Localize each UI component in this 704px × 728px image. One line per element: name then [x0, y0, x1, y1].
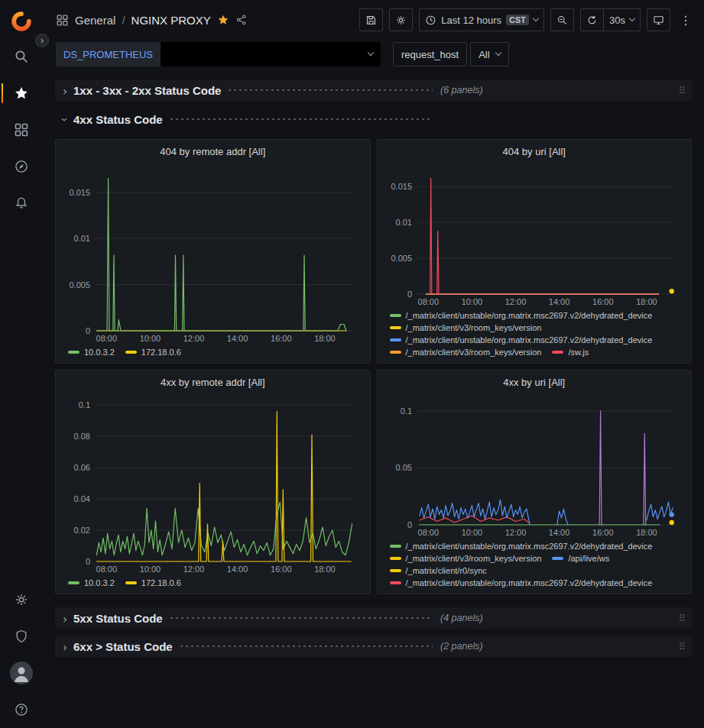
sidebar-item-starred[interactable] — [0, 75, 42, 112]
compass-icon — [14, 159, 29, 174]
panel-title[interactable]: 4xx by uri [All] — [384, 374, 686, 391]
time-series-chart[interactable]: 00.0050.010.01508:0010:0012:0014:0016:00… — [384, 160, 686, 308]
dashboard-row-4xx[interactable]: › 4xx Status Code — [55, 108, 692, 130]
dashboards-grid-icon — [14, 122, 29, 138]
legend-series-swatch — [552, 351, 563, 354]
bell-icon — [14, 196, 29, 211]
legend-item[interactable]: 172.18.0.6 — [125, 578, 181, 587]
legend-series-swatch — [390, 581, 401, 584]
legend-series-label: 10.0.3.2 — [84, 348, 115, 357]
share-icon[interactable] — [235, 14, 248, 26]
sidebar-nav: › — [0, 0, 42, 728]
legend-item[interactable]: /api/live/ws — [552, 554, 609, 563]
time-series-chart[interactable]: 00.0050.010.01508:0010:0012:0014:0016:00… — [62, 160, 364, 345]
panel-grid: 404 by remote addr [All] 00.0050.010.015… — [55, 139, 692, 594]
refresh-interval-picker[interactable]: 30s — [604, 8, 641, 31]
svg-text:0.015: 0.015 — [391, 182, 412, 191]
svg-text:18:00: 18:00 — [314, 565, 336, 574]
sidebar-item-home[interactable] — [0, 5, 42, 38]
legend-series-swatch — [125, 581, 137, 584]
legend-item[interactable]: /_matrix/client/unstable/org.matrix.msc2… — [390, 578, 653, 587]
svg-text:0.08: 0.08 — [74, 432, 90, 441]
gear-icon — [395, 15, 407, 26]
sidebar-item-server-admin[interactable] — [0, 618, 42, 655]
favorite-star-icon[interactable] — [217, 14, 229, 26]
sidebar-item-profile[interactable] — [0, 655, 42, 691]
dashboard-row-6xx[interactable]: › 6xx > Status Code (2 panels) ⠿ — [55, 636, 692, 657]
row-drag-handle[interactable]: ⠿ — [678, 85, 687, 96]
legend-item[interactable]: 172.18.0.6 — [125, 348, 181, 357]
panel-title[interactable]: 4xx by remote addr [All] — [62, 374, 364, 391]
star-icon — [14, 86, 29, 101]
panel-title[interactable]: 404 by uri [All] — [384, 144, 686, 160]
svg-text:0: 0 — [407, 290, 411, 299]
dashboard-row-1xx-3xx-2xx[interactable]: › 1xx - 3xx - 2xx Status Code (6 panels)… — [55, 79, 692, 101]
tv-mode-button[interactable] — [647, 8, 670, 31]
time-series-chart[interactable]: 00.050.108:0010:0012:0014:0016:0018:00 — [384, 391, 686, 539]
variables-bar: DS_PROMETHEUS request_host All — [42, 40, 704, 73]
panel-4xx-by-remote-addr: 4xx by remote addr [All] 00.020.040.060.… — [55, 370, 371, 594]
request-host-variable-select[interactable]: All — [470, 42, 508, 66]
legend-item[interactable]: /_matrix/client/unstable/org.matrix.msc2… — [390, 311, 653, 320]
sidebar-item-explore[interactable] — [0, 148, 42, 185]
help-circle-icon — [14, 702, 29, 717]
sidebar-item-alerting[interactable] — [0, 185, 42, 222]
svg-text:0.04: 0.04 — [74, 494, 90, 503]
panel-4xx-by-uri: 4xx by uri [All] 00.050.108:0010:0012:00… — [377, 370, 693, 594]
row-drag-handle[interactable]: ⠿ — [678, 613, 687, 624]
svg-text:10:00: 10:00 — [140, 334, 161, 343]
svg-text:08:00: 08:00 — [417, 297, 439, 306]
time-range-label: Last 12 hours — [441, 15, 501, 26]
chevron-down-icon — [533, 15, 539, 21]
dashboard-canvas: › 1xx - 3xx - 2xx Status Code (6 panels)… — [42, 73, 704, 728]
row-title: 6xx > Status Code — [73, 640, 173, 653]
time-range-picker[interactable]: Last 12 hours CST — [419, 8, 544, 31]
save-dashboard-button[interactable] — [359, 8, 383, 31]
expand-sidebar-button[interactable]: › — [35, 34, 49, 47]
kebab-icon: ⋮ — [680, 13, 692, 28]
breadcrumb-section[interactable]: General — [75, 14, 115, 27]
dashboard-settings-button[interactable] — [389, 8, 413, 31]
sidebar-item-help[interactable] — [0, 691, 42, 728]
request-host-value: All — [479, 49, 489, 60]
svg-text:18:00: 18:00 — [314, 334, 336, 343]
svg-text:0.06: 0.06 — [74, 463, 90, 472]
panel-legend: 10.0.3.2172.18.0.6 — [62, 575, 364, 589]
legend-item[interactable]: /_matrix/client/v3/room_keys/version — [390, 348, 542, 357]
legend-item[interactable]: /_matrix/client/unstable/org.matrix.msc2… — [390, 335, 653, 345]
header-toolbar: Last 12 hours CST 30s — [359, 8, 695, 31]
svg-text:12:00: 12:00 — [183, 565, 205, 574]
row-drag-handle[interactable]: ⠿ — [678, 641, 687, 652]
refresh-button-group: 30s — [580, 8, 641, 31]
datasource-variable-select[interactable] — [161, 42, 381, 66]
svg-text:0.02: 0.02 — [74, 526, 90, 535]
row-panel-count: (6 panels) — [440, 85, 483, 95]
chevron-right-icon: › — [60, 84, 70, 97]
svg-text:18:00: 18:00 — [636, 528, 657, 537]
legend-item[interactable]: 10.0.3.2 — [68, 578, 115, 587]
legend-series-swatch — [390, 569, 401, 572]
datasource-variable: DS_PROMETHEUS — [56, 42, 381, 66]
legend-item[interactable]: 10.0.3.2 — [68, 348, 115, 357]
legend-series-label: 10.0.3.2 — [84, 578, 115, 587]
legend-item[interactable]: /_matrix/client/r0/sync — [390, 566, 487, 575]
row-panel-count: (2 panels) — [440, 641, 483, 652]
sidebar-item-configuration[interactable] — [0, 581, 42, 618]
zoom-out-button[interactable] — [550, 8, 574, 31]
panel-title[interactable]: 404 by remote addr [All] — [62, 144, 364, 160]
legend-series-label: /_matrix/client/unstable/org.matrix.msc2… — [406, 311, 653, 320]
legend-item[interactable]: /_matrix/client/unstable/org.matrix.msc2… — [390, 542, 653, 551]
refresh-button[interactable] — [580, 8, 604, 31]
kebab-menu-button[interactable]: ⋮ — [676, 8, 695, 31]
dashboard-row-5xx[interactable]: › 5xx Status Code (4 panels) ⠿ — [55, 607, 692, 629]
legend-item[interactable]: /sw.js — [552, 348, 589, 357]
svg-text:0: 0 — [86, 557, 90, 566]
legend-series-swatch — [390, 326, 401, 329]
legend-series-swatch — [68, 351, 79, 354]
svg-text:0.1: 0.1 — [79, 400, 90, 409]
legend-item[interactable]: /_matrix/client/v3/room_keys/version — [390, 323, 542, 332]
time-series-chart[interactable]: 00.020.040.060.080.108:0010:0012:0014:00… — [62, 391, 364, 575]
svg-text:10:00: 10:00 — [461, 528, 482, 537]
legend-item[interactable]: /_matrix/client/v3/room_keys/version — [390, 554, 542, 563]
sidebar-item-dashboards[interactable] — [0, 112, 42, 148]
